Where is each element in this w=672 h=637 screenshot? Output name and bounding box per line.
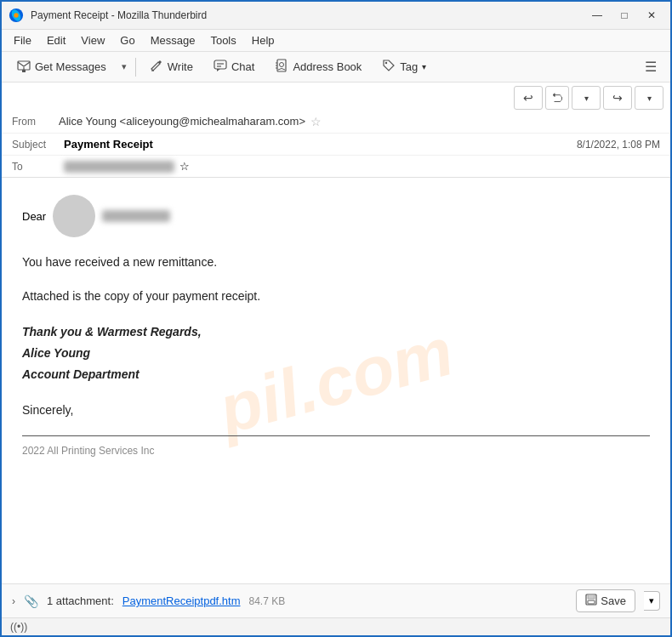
title-bar-left: Payment Receipt - Mozilla Thunderbird [9, 8, 207, 23]
reply-all-icon: ⮌ [551, 91, 563, 105]
address-book-button[interactable]: Address Book [266, 55, 370, 78]
svg-point-10 [280, 63, 284, 67]
from-row: From Alice Young <aliceyoung@michealmaha… [2, 110, 670, 134]
chat-icon [214, 59, 227, 75]
attachment-count: 1 attachment: [47, 594, 114, 607]
title-bar-controls: — □ ✕ [585, 7, 663, 24]
forward-icon: ↪ [612, 91, 623, 105]
menu-help[interactable]: Help [245, 31, 282, 49]
svg-point-14 [385, 62, 387, 64]
dear-line: Dear [22, 195, 650, 237]
sincerely-text: Sincerely, [22, 401, 650, 419]
sig-line-3: Account Department [22, 364, 650, 385]
menu-view[interactable]: View [74, 31, 111, 49]
close-button[interactable]: ✕ [640, 7, 663, 24]
save-dropdown-button[interactable]: ▾ [644, 591, 660, 611]
address-book-icon [275, 59, 288, 75]
menu-tools[interactable]: Tools [203, 31, 242, 49]
email-body: pil.com Dear You have received a new rem… [2, 178, 670, 583]
body-para-1: You have received a new remittance. [22, 253, 650, 271]
to-label: To [12, 161, 59, 173]
footer-text: 2022 All Printing Services Inc [22, 445, 650, 457]
write-button[interactable]: Write [141, 55, 202, 78]
attachment-size: 84.7 KB [249, 595, 286, 607]
svg-point-2 [14, 13, 18, 17]
app-window: Payment Receipt - Mozilla Thunderbird — … [0, 0, 672, 637]
svg-rect-17 [588, 600, 595, 604]
menu-go[interactable]: Go [113, 31, 141, 49]
from-value: Alice Young <aliceyoung@michealmaharam.c… [59, 115, 660, 128]
reply-dropdown-icon: ▾ [584, 94, 589, 103]
svg-rect-16 [588, 594, 595, 599]
get-messages-button[interactable]: Get Messages [9, 55, 115, 78]
recipient-avatar [53, 195, 95, 237]
title-bar: Payment Receipt - Mozilla Thunderbird — … [2, 2, 670, 30]
save-button[interactable]: Save [576, 589, 635, 612]
save-label: Save [601, 594, 626, 607]
chat-button[interactable]: Chat [205, 55, 263, 78]
forward-dropdown-icon: ▾ [647, 94, 652, 103]
recipient-name-blurred [102, 210, 170, 222]
attachment-filename[interactable]: PaymentReceiptpdf.htm [122, 594, 241, 607]
thunderbird-icon [9, 8, 24, 23]
attachment-bar: › 📎 1 attachment: PaymentReceiptpdf.htm … [2, 583, 670, 617]
signature-block: Thank you & Warmest Regards, Alice Young… [22, 321, 650, 386]
attachment-expand-icon[interactable]: › [12, 595, 15, 607]
connection-icon: ((•)) [10, 621, 27, 633]
menu-bar: File Edit View Go Message Tools Help [2, 30, 670, 52]
forward-button[interactable]: ↪ [603, 86, 632, 110]
from-star[interactable]: ☆ [310, 115, 322, 128]
email-header: ↩ ⮌ ▾ ↪ ▾ From Alice Young <aliceyoung@m [2, 82, 670, 178]
reply-all-button[interactable]: ⮌ [545, 86, 569, 110]
subject-row: Subject Payment Receipt 8/1/2022, 1:08 P… [2, 134, 670, 156]
address-book-label: Address Book [293, 60, 362, 73]
svg-rect-6 [214, 60, 226, 69]
date-value: 8/1/2022, 1:08 PM [577, 139, 660, 151]
reply-icon: ↩ [523, 91, 533, 105]
toolbar-sep-1 [135, 58, 136, 77]
get-messages-dropdown[interactable]: ▾ [118, 58, 130, 76]
menu-edit[interactable]: Edit [40, 31, 72, 49]
menu-message[interactable]: Message [144, 31, 202, 49]
subject-value: Payment Receipt [64, 138, 153, 151]
from-label: From [12, 116, 59, 128]
paperclip-icon: 📎 [24, 594, 38, 608]
hamburger-menu-button[interactable]: ☰ [638, 55, 663, 78]
from-address: Alice Young <aliceyoung@michealmaharam.c… [59, 115, 305, 128]
tag-label: Tag [400, 60, 418, 73]
get-messages-icon [17, 59, 31, 75]
reply-button[interactable]: ↩ [514, 86, 543, 110]
sig-line-2: Alice Young [22, 343, 650, 364]
to-star[interactable]: ☆ [179, 160, 190, 173]
write-icon [150, 59, 163, 75]
forward-dropdown-button[interactable]: ▾ [635, 86, 663, 110]
tag-icon [382, 59, 396, 75]
sig-line-1: Thank you & Warmest Regards, [22, 321, 650, 343]
chat-label: Chat [231, 60, 254, 73]
save-icon [585, 594, 597, 608]
tag-button[interactable]: Tag ▾ [373, 55, 435, 78]
footer-divider [22, 435, 650, 436]
write-label: Write [168, 60, 193, 73]
minimize-button[interactable]: — [585, 7, 609, 24]
to-value-blurred [64, 161, 174, 173]
toolbar: Get Messages ▾ Write [2, 52, 670, 82]
subject-label: Subject [12, 139, 59, 151]
dear-prefix: Dear [22, 210, 46, 223]
window-title: Payment Receipt - Mozilla Thunderbird [31, 9, 207, 21]
get-messages-label: Get Messages [35, 60, 106, 73]
to-row: To ☆ [2, 156, 670, 177]
menu-file[interactable]: File [7, 31, 38, 49]
tag-dropdown-icon: ▾ [422, 62, 426, 71]
reply-dropdown-button[interactable]: ▾ [572, 86, 601, 110]
body-content: Dear You have received a new remittance.… [22, 195, 650, 457]
body-para-2: Attached is the copy of your payment rec… [22, 287, 650, 305]
action-buttons: ↩ ⮌ ▾ ↪ ▾ [514, 86, 663, 110]
status-bar: ((•)) [2, 617, 670, 635]
maximize-button[interactable]: □ [612, 7, 636, 24]
